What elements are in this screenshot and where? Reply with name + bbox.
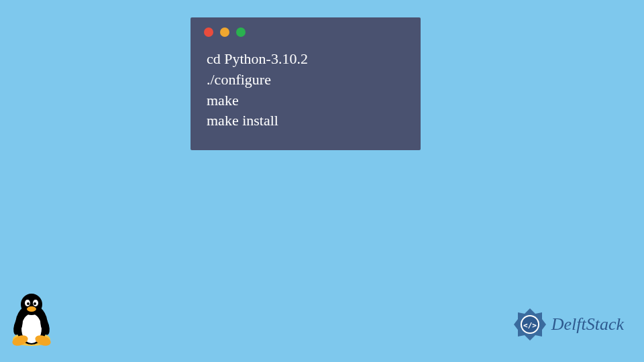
terminal-line: ./configure bbox=[207, 70, 405, 90]
close-icon bbox=[204, 27, 213, 37]
brand-emblem-icon: </> bbox=[513, 307, 547, 342]
svg-text:</>: </> bbox=[523, 321, 537, 330]
terminal-body: cd Python-3.10.2 ./configure make make i… bbox=[191, 44, 421, 137]
minimize-icon bbox=[220, 27, 229, 37]
terminal-window: cd Python-3.10.2 ./configure make make i… bbox=[191, 17, 421, 150]
brand-logo: </> DelftStack bbox=[513, 307, 624, 342]
tux-icon bbox=[8, 292, 55, 350]
maximize-icon bbox=[236, 27, 246, 37]
svg-point-7 bbox=[27, 302, 30, 305]
terminal-line: make bbox=[207, 90, 405, 111]
brand-name: DelftStack bbox=[551, 314, 624, 335]
svg-point-9 bbox=[27, 306, 36, 312]
svg-point-8 bbox=[34, 302, 36, 305]
terminal-line: cd Python-3.10.2 bbox=[207, 49, 405, 70]
svg-point-4 bbox=[21, 294, 42, 315]
terminal-line: make install bbox=[207, 111, 405, 131]
window-controls bbox=[191, 17, 421, 44]
